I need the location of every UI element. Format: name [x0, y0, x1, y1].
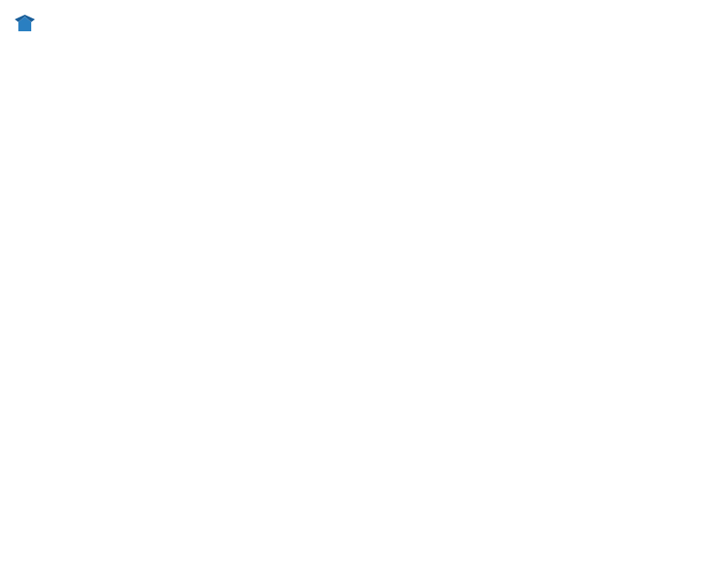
- header: [15, 15, 713, 35]
- logo-icon: [15, 15, 35, 35]
- logo: [15, 15, 39, 35]
